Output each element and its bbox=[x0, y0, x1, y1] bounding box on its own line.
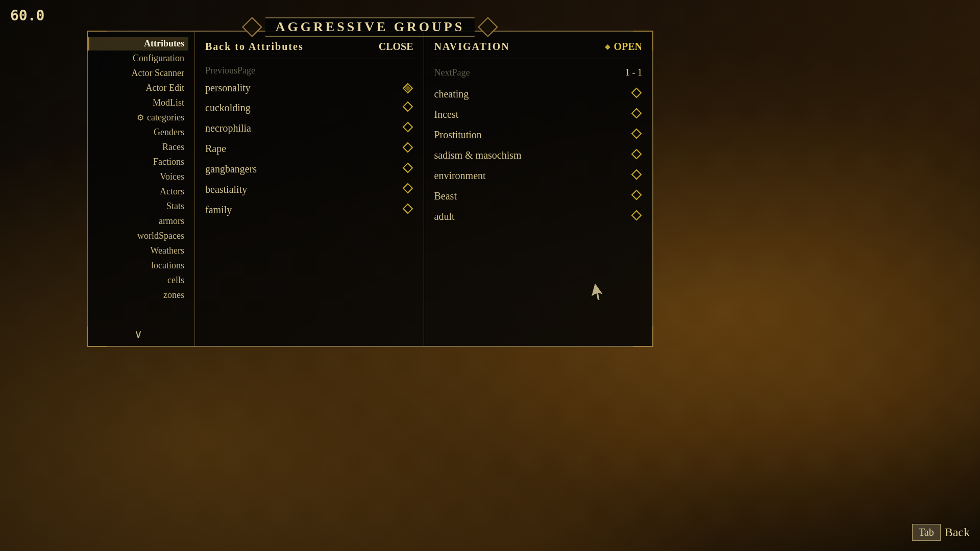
item-family-label[interactable]: family bbox=[205, 204, 232, 216]
sidebar-item-configuration[interactable]: Configuration bbox=[88, 52, 188, 65]
item-rape-icon bbox=[402, 142, 413, 155]
list-item: environment bbox=[434, 166, 643, 185]
page-info: 1 - 1 bbox=[625, 67, 642, 78]
sidebar-item-weathers[interactable]: Weathers bbox=[88, 244, 188, 258]
svg-marker-3 bbox=[403, 122, 412, 132]
sidebar-item-genders[interactable]: Genders bbox=[88, 126, 188, 139]
item-gangbangers-label[interactable]: gangbangers bbox=[205, 163, 257, 175]
item-cuckolding-label[interactable]: cuckolding bbox=[205, 102, 251, 114]
item-necrophilia-label[interactable]: necrophilia bbox=[205, 122, 251, 134]
close-button[interactable]: CLOSE bbox=[379, 41, 413, 53]
sidebar-item-actors[interactable]: Actors bbox=[88, 185, 188, 198]
item-beastiality-icon bbox=[402, 183, 413, 196]
svg-marker-12 bbox=[632, 170, 641, 179]
item-beast-label[interactable]: Beast bbox=[434, 190, 457, 202]
item-cheating-label[interactable]: cheating bbox=[434, 88, 469, 100]
sidebar-item-locations[interactable]: locations bbox=[88, 259, 188, 272]
sidebar-item-attributes[interactable]: Attributes bbox=[88, 37, 188, 51]
svg-marker-11 bbox=[632, 149, 641, 159]
list-item: Prostitution bbox=[434, 125, 643, 144]
svg-marker-8 bbox=[632, 88, 641, 97]
sidebar-item-cells[interactable]: cells bbox=[88, 273, 188, 287]
item-family-icon bbox=[402, 203, 413, 216]
sidebar-item-factions[interactable]: Factions bbox=[88, 155, 188, 169]
sidebar-item-stats[interactable]: Stats bbox=[88, 199, 188, 213]
left-column: Back to Attributes CLOSE PreviousPage pe… bbox=[195, 32, 424, 346]
item-sadism-label[interactable]: sadism & masochism bbox=[434, 149, 522, 161]
next-page[interactable]: NextPage bbox=[434, 65, 470, 80]
sidebar-item-modlist[interactable]: ModList bbox=[88, 96, 188, 110]
navigation-label: NAVIGATION bbox=[434, 41, 510, 53]
cursor-arrow-icon bbox=[589, 282, 609, 307]
item-rape-label[interactable]: Rape bbox=[205, 143, 226, 155]
open-button[interactable]: OPEN bbox=[614, 41, 642, 53]
item-cuckolding-icon bbox=[402, 101, 413, 114]
item-prostitution-label[interactable]: Prostitution bbox=[434, 129, 482, 141]
item-adult-label[interactable]: adult bbox=[434, 211, 455, 222]
item-cheating-icon bbox=[631, 87, 642, 101]
content-area: Back to Attributes CLOSE PreviousPage pe… bbox=[195, 32, 652, 346]
list-item: necrophilia bbox=[205, 118, 413, 138]
sidebar-item-actor-edit[interactable]: Actor Edit bbox=[88, 81, 188, 95]
item-gangbangers-icon bbox=[402, 162, 413, 176]
sidebar: Attributes Configuration Actor Scanner A… bbox=[88, 32, 195, 346]
back-label: Back bbox=[945, 525, 970, 539]
svg-marker-7 bbox=[403, 204, 412, 213]
item-necrophilia-icon bbox=[402, 121, 413, 135]
item-environment-label[interactable]: environment bbox=[434, 170, 486, 182]
sidebar-item-worldspaces[interactable]: worldSpaces bbox=[88, 229, 188, 243]
list-item: cuckolding bbox=[205, 98, 413, 117]
right-header-row: NAVIGATION ◆ OPEN bbox=[434, 37, 643, 59]
left-header-row: Back to Attributes CLOSE bbox=[205, 37, 413, 59]
tab-back-area: Tab Back bbox=[912, 524, 970, 541]
item-prostitution-icon bbox=[631, 128, 642, 141]
categories-gear-icon: ⚙ bbox=[137, 113, 144, 122]
svg-marker-15 bbox=[591, 283, 606, 302]
item-incest-label[interactable]: Incest bbox=[434, 109, 459, 120]
item-beastiality-label[interactable]: beastiality bbox=[205, 184, 247, 195]
svg-marker-6 bbox=[403, 184, 412, 193]
list-item: Rape bbox=[205, 139, 413, 158]
back-to-attributes[interactable]: Back to Attributes bbox=[205, 41, 304, 53]
svg-marker-14 bbox=[632, 211, 641, 220]
svg-marker-9 bbox=[632, 109, 641, 118]
item-beast-icon bbox=[631, 189, 642, 203]
svg-marker-2 bbox=[403, 102, 412, 111]
open-diamond-icon: ◆ bbox=[605, 42, 610, 51]
list-item: cheating bbox=[434, 84, 643, 104]
list-item: family bbox=[205, 200, 413, 219]
list-item: adult bbox=[434, 207, 643, 226]
svg-marker-10 bbox=[632, 129, 641, 138]
list-item: personality bbox=[205, 79, 413, 97]
item-environment-icon bbox=[631, 169, 642, 182]
item-sadism-icon bbox=[631, 148, 642, 162]
right-column: NAVIGATION ◆ OPEN NextPage 1 - 1 cheatin… bbox=[424, 32, 653, 346]
item-incest-icon bbox=[631, 108, 642, 121]
sidebar-item-armors[interactable]: armors bbox=[88, 214, 188, 228]
sidebar-item-actor-scanner[interactable]: Actor Scanner bbox=[88, 66, 188, 80]
fps-counter: 60.0 bbox=[10, 7, 44, 24]
svg-marker-5 bbox=[403, 163, 412, 172]
list-item: sadism & masochism bbox=[434, 145, 643, 165]
sidebar-scroll-down[interactable]: ∨ bbox=[88, 328, 188, 341]
list-item: Incest bbox=[434, 105, 643, 124]
prev-page[interactable]: PreviousPage bbox=[205, 63, 413, 78]
list-item: gangbangers bbox=[205, 159, 413, 179]
item-personality-label[interactable]: personality bbox=[205, 82, 251, 94]
open-header: ◆ OPEN bbox=[605, 41, 642, 53]
list-item: Beast bbox=[434, 186, 643, 206]
tab-key: Tab bbox=[912, 524, 941, 541]
svg-marker-4 bbox=[403, 143, 412, 152]
sidebar-item-races[interactable]: Races bbox=[88, 140, 188, 154]
item-adult-icon bbox=[631, 210, 642, 223]
sidebar-item-categories[interactable]: ⚙ categories bbox=[88, 111, 188, 124]
list-item: beastiality bbox=[205, 180, 413, 199]
svg-marker-13 bbox=[632, 190, 641, 199]
item-personality-icon bbox=[402, 83, 413, 94]
sidebar-item-zones[interactable]: zones bbox=[88, 288, 188, 302]
sidebar-item-voices[interactable]: Voices bbox=[88, 170, 188, 184]
main-panel: AGGRESSIVE GROUPS Attributes Configurati… bbox=[87, 31, 653, 347]
